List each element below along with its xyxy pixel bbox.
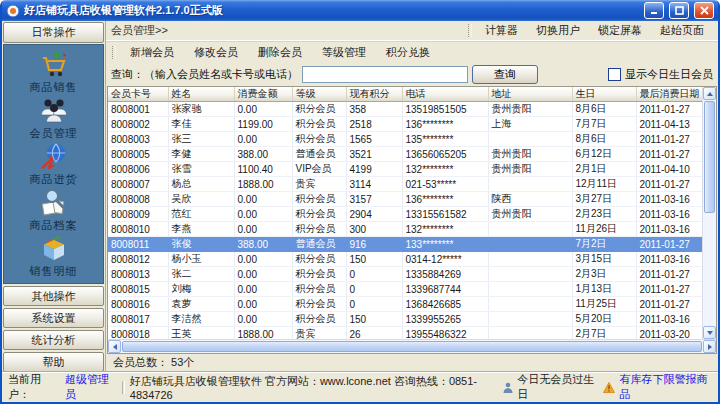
column-header-1[interactable]: 姓名 (168, 87, 234, 102)
column-header-0[interactable]: 会员卡号 (108, 87, 168, 102)
column-header-7[interactable]: 生日 (572, 87, 636, 102)
sidebar-button-help[interactable]: 帮助 (3, 352, 104, 372)
birthday-status: 今日无会员过生日 (517, 372, 599, 402)
member-table-wrap: 会员卡号姓名消费金额等级现有积分电话地址生日最后消费日期 8008001张家驰0… (108, 87, 716, 339)
current-user-name[interactable]: 超级管理员 (65, 372, 117, 402)
sidebar-button-other-operations[interactable]: 其他操作 (3, 286, 104, 306)
table-header-row: 会员卡号姓名消费金额等级现有积分电话地址生日最后消费日期 (108, 87, 702, 102)
stock-alert-link[interactable]: 有库存下限警报商品 (619, 372, 712, 402)
members-icon (39, 95, 69, 125)
status-bar: 当前用户： 超级管理员 好店铺玩具店收银管理软件 官方网站：www.lcone.… (2, 371, 718, 402)
column-header-4[interactable]: 现有积分 (346, 87, 402, 102)
table-row[interactable]: 8008010李燕0.00积分会员300132********11月26日201… (108, 222, 702, 237)
sales-detail-icon (39, 233, 69, 263)
statusbar-divider (122, 381, 125, 394)
search-button[interactable]: 查询 (472, 65, 538, 84)
column-header-3[interactable]: 等级 (292, 87, 346, 102)
sidebar: 日常操作 商品销售 会员管理 商品进货 商品档案 销售明细 其他操作系统设置统计… (2, 21, 106, 371)
quick-link-calculator[interactable]: 计算器 (476, 22, 527, 39)
birthday-filter-checkbox[interactable] (608, 68, 621, 81)
sidebar-button-system-settings[interactable]: 系统设置 (3, 308, 104, 328)
column-header-2[interactable]: 消费金额 (234, 87, 292, 102)
sidebar-item-sales-detail[interactable]: 销售明细 (30, 233, 78, 279)
scroll-down-icon[interactable] (703, 326, 716, 339)
archive-icon (39, 187, 69, 217)
vertical-scrollbar[interactable] (702, 87, 716, 339)
vertical-scroll-thumb[interactable] (704, 101, 715, 213)
quick-link-start-page[interactable]: 起始页面 (651, 22, 713, 39)
totals-bar: 会员总数： 53个 (106, 354, 718, 371)
column-header-6[interactable]: 地址 (488, 87, 572, 102)
member-grid: 会员卡号姓名消费金额等级现有积分电话地址生日最后消费日期 8008001张家驰0… (108, 87, 702, 339)
sidebar-item-member-management[interactable]: 会员管理 (30, 95, 78, 141)
app-body: 日常操作 商品销售 会员管理 商品进货 商品档案 销售明细 其他操作系统设置统计… (2, 21, 718, 371)
cart-icon (39, 49, 69, 79)
table-row[interactable]: 8008007杨总1888.00贵宾3114021-53*****12月11日2… (108, 177, 702, 192)
birthday-filter-label: 显示今日生日会员 (625, 67, 713, 82)
statusbar-info: 好店铺玩具店收银管理软件 官方网站：www.lcone.net 咨询热线：085… (130, 374, 498, 401)
toolbar-button-delete-member[interactable]: 删除会员 (248, 42, 312, 63)
member-table-frame: 会员卡号姓名消费金额等级现有积分电话地址生日最后消费日期 8008001张家驰0… (107, 86, 717, 354)
main-area: 会员管理>> 计算器切换用户锁定屏幕起始页面 新增会员修改会员删除会员等级管理积… (106, 21, 718, 371)
minimize-button[interactable] (644, 2, 664, 19)
table-row[interactable]: 8008005李健388.00普通会员352113656065205贵州贵阳6月… (108, 147, 702, 162)
table-row[interactable]: 8008008吴欣0.00积分会员3157136********陕西3月27日2… (108, 192, 702, 207)
member-table: 会员卡号姓名消费金额等级现有积分电话地址生日最后消费日期 8008001张家驰0… (108, 87, 702, 339)
sidebar-button-statistics[interactable]: 统计分析 (3, 330, 104, 350)
search-bar: 查询：（输入会员姓名或卡号或电话） 查询 显示今日生日会员 (106, 63, 718, 86)
purchase-icon (39, 141, 69, 171)
horizontal-scroll-thumb[interactable] (122, 341, 702, 352)
sidebar-item-product-sales[interactable]: 商品销售 (30, 49, 78, 95)
birthday-filter[interactable]: 显示今日生日会员 (608, 67, 713, 82)
app-icon (6, 4, 20, 18)
toolbar-grip-icon (468, 24, 472, 37)
table-row[interactable]: 8008013张二0.00积分会员013358842692月3日2011-01-… (108, 267, 702, 282)
search-input[interactable] (302, 66, 468, 83)
table-row[interactable]: 8008018王英1888.00贵宾26139554863222月7日2011-… (108, 327, 702, 340)
scroll-right-icon[interactable] (703, 340, 716, 353)
scroll-left-icon[interactable] (108, 340, 121, 353)
breadcrumb: 会员管理>> (111, 23, 168, 38)
table-row[interactable]: 8008015刘梅0.00积分会员013396877441月13日2011-01… (108, 282, 702, 297)
quick-link-switch-user[interactable]: 切换用户 (527, 22, 589, 39)
table-row[interactable]: 8008017李洁然0.00积分会员15013399552655月20日2011… (108, 312, 702, 327)
toolbar-button-points-exchange[interactable]: 积分兑换 (376, 42, 440, 63)
scroll-up-icon[interactable] (703, 87, 716, 100)
toolbar-button-add-member[interactable]: 新增会员 (120, 42, 184, 63)
table-row[interactable]: 8008012杨小玉0.00积分会员1500314-12*****3月15日20… (108, 252, 702, 267)
current-user-label: 当前用户： (8, 372, 60, 402)
person-icon (503, 382, 513, 393)
table-row[interactable]: 8008011张俊388.00普通会员916133********7月2日201… (108, 237, 702, 252)
table-row[interactable]: 8008006张雪1100.40VIP会员4199132********贵州贵阳… (108, 162, 702, 177)
table-row[interactable]: 8008009范红0.00积分会员290413315561582贵州贵阳2月23… (108, 207, 702, 222)
close-button[interactable] (694, 2, 714, 19)
horizontal-scrollbar[interactable] (108, 339, 716, 353)
module-header: 会员管理>> 计算器切换用户锁定屏幕起始页面 (106, 21, 718, 40)
table-row[interactable]: 8008003张三0.00积分会员1565135********8月6日2011… (108, 132, 702, 147)
member-total: 会员总数： 53个 (113, 355, 194, 370)
maximize-button[interactable] (669, 2, 689, 19)
app-window: 好店铺玩具店收银管理软件2.1.7.0正式版 日常操作 商品销售 会员管理 商品… (0, 0, 720, 404)
vertical-scroll-track[interactable] (703, 214, 716, 326)
toolbar-button-edit-member[interactable]: 修改会员 (184, 42, 248, 63)
window-title: 好店铺玩具店收银管理软件2.1.7.0正式版 (24, 3, 639, 18)
toolbar-grip-icon (112, 46, 116, 59)
quick-link-lock-screen[interactable]: 锁定屏幕 (589, 22, 651, 39)
sidebar-item-product-archive[interactable]: 商品档案 (30, 187, 78, 233)
table-row[interactable]: 8008001张家驰0.00积分会员35813519851505贵州贵阳8月6日… (108, 102, 702, 117)
table-row[interactable]: 8008016袁萝0.00积分会员0136842668511月25日2011-0… (108, 297, 702, 312)
member-toolbar: 新增会员修改会员删除会员等级管理积分兑换 (106, 40, 718, 63)
column-header-5[interactable]: 电话 (402, 87, 488, 102)
table-row[interactable]: 8008002李佳1199.00积分会员2518136********上海7月7… (108, 117, 702, 132)
column-header-8[interactable]: 最后消费日期 (636, 87, 702, 102)
quick-links: 计算器切换用户锁定屏幕起始页面 (464, 22, 713, 39)
sidebar-bottom-buttons: 其他操作系统设置统计分析帮助 (3, 286, 104, 372)
toolbar-button-level-management[interactable]: 等级管理 (312, 42, 376, 63)
warning-icon (603, 382, 615, 393)
sidebar-item-product-purchase[interactable]: 商品进货 (30, 141, 78, 187)
search-label: 查询：（输入会员姓名或卡号或电话） (111, 67, 298, 82)
title-bar: 好店铺玩具店收银管理软件2.1.7.0正式版 (2, 0, 718, 21)
sidebar-section-daily-operations[interactable]: 日常操作 (3, 22, 104, 43)
sidebar-nav: 商品销售 会员管理 商品进货 商品档案 销售明细 (3, 44, 104, 284)
